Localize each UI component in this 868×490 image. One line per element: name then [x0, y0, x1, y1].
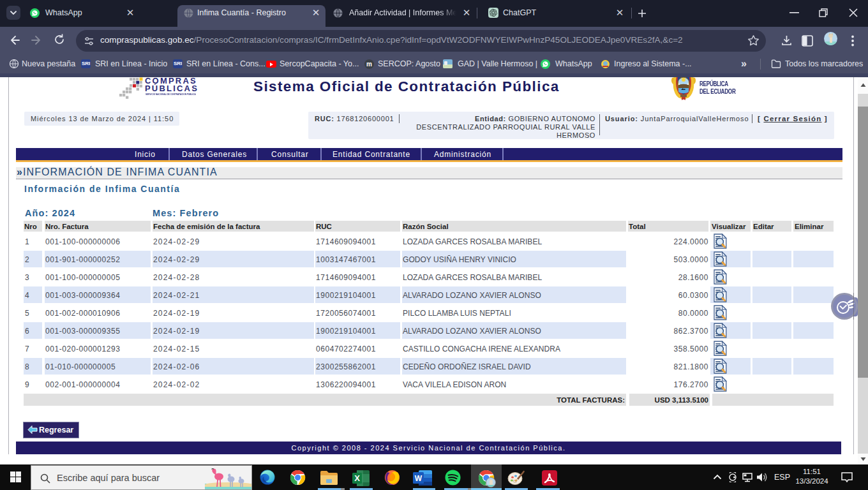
svg-text:W: W	[415, 474, 423, 483]
svg-text:X: X	[354, 473, 360, 483]
